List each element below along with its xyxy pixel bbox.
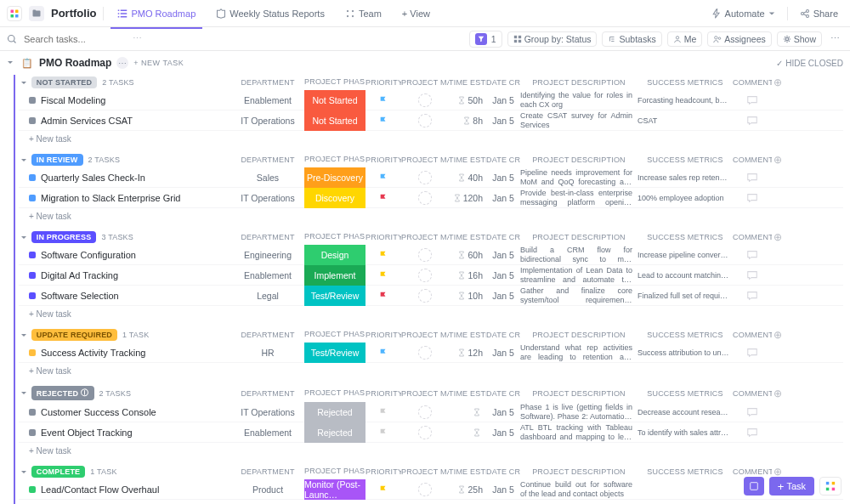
group-caret-icon[interactable] xyxy=(19,388,29,399)
pm-cell[interactable] xyxy=(401,188,449,208)
status-pill[interactable]: REJECTED ⓘ xyxy=(31,386,94,400)
column-header[interactable]: DEPARTMENT xyxy=(231,331,304,339)
apps-fab[interactable] xyxy=(819,477,842,496)
column-header[interactable]: PRIORITY xyxy=(366,467,401,476)
priority-cell[interactable] xyxy=(366,485,401,494)
department-cell[interactable]: Enablement xyxy=(231,95,304,105)
metrics-cell[interactable]: Increase pipeline conversion of new busi… xyxy=(638,251,733,259)
group-caret-icon[interactable] xyxy=(19,233,29,243)
assignees-filter[interactable]: Assignees xyxy=(707,31,771,47)
status-dot-icon[interactable] xyxy=(29,117,36,124)
column-header[interactable]: COMMENTS xyxy=(733,156,772,164)
column-header[interactable]: COMMENTS xyxy=(733,331,772,339)
status-pill[interactable]: COMPLETE xyxy=(31,466,86,478)
description-cell[interactable]: Phase 1 is live (getting fields in Softw… xyxy=(520,403,638,422)
tab-team[interactable]: Team xyxy=(338,5,388,22)
notepad-fab[interactable] xyxy=(744,477,764,496)
comment-icon[interactable] xyxy=(746,172,758,184)
estimate-cell[interactable]: 16h xyxy=(449,270,486,280)
priority-cell[interactable] xyxy=(366,116,401,125)
status-dot-icon[interactable] xyxy=(29,174,36,181)
pm-cell[interactable] xyxy=(401,343,449,363)
task-name[interactable]: Software Configuration xyxy=(41,250,136,260)
priority-flag-icon[interactable] xyxy=(379,116,388,125)
task-row[interactable]: Software SelectionLegalTest/Review10hJan… xyxy=(19,286,843,306)
comments-cell[interactable] xyxy=(733,192,772,204)
task-name[interactable]: Customer Success Console xyxy=(41,407,156,417)
phase-cell[interactable]: Test/Review xyxy=(304,343,366,363)
new-task-row[interactable]: + New task xyxy=(19,443,843,459)
task-row[interactable]: Success Activity TrackingHRTest/Review12… xyxy=(19,343,843,363)
priority-flag-icon[interactable] xyxy=(379,194,388,202)
folder-icon[interactable] xyxy=(29,6,44,21)
column-header[interactable]: PROJECT PHASE+ xyxy=(304,232,366,242)
status-dot-icon[interactable] xyxy=(29,292,36,299)
description-cell[interactable]: Create CSAT survey for Admin Services xyxy=(520,111,638,130)
department-cell[interactable]: IT Operations xyxy=(231,116,304,126)
task-name[interactable]: Event Object Tracking xyxy=(41,428,133,438)
task-name[interactable]: Success Activity Tracking xyxy=(41,348,146,358)
department-cell[interactable]: Product xyxy=(231,484,304,495)
column-header[interactable]: DATE CREATED xyxy=(486,156,520,164)
priority-cell[interactable] xyxy=(366,292,401,300)
phase-cell[interactable]: Rejected xyxy=(304,422,366,443)
column-header[interactable]: PROJECT MANAGER xyxy=(401,156,449,164)
comments-cell[interactable] xyxy=(733,249,772,261)
column-header[interactable]: PRIORITY xyxy=(366,78,401,87)
estimate-cell[interactable]: 60h xyxy=(449,250,486,260)
group-caret-icon[interactable] xyxy=(19,78,29,88)
column-header[interactable]: DATE CREATED xyxy=(486,233,520,241)
column-header[interactable]: SUCCESS METRICS xyxy=(638,233,733,241)
pm-cell[interactable] xyxy=(401,110,449,131)
add-column-icon[interactable]: ⊕ xyxy=(772,466,784,478)
column-header[interactable]: PROJECT PHASE+ xyxy=(304,77,366,88)
comment-icon[interactable] xyxy=(746,290,758,302)
description-cell[interactable]: Continue build out for software of the l… xyxy=(520,480,638,499)
priority-cell[interactable] xyxy=(366,173,401,182)
pm-cell[interactable] xyxy=(401,402,449,422)
group-caret-icon[interactable] xyxy=(19,331,29,341)
priority-cell[interactable] xyxy=(366,271,401,280)
share-button[interactable]: Share xyxy=(795,6,843,21)
task-row[interactable]: Digital Ad TrackingEnablementImplement16… xyxy=(19,265,843,286)
add-column-icon[interactable]: ⊕ xyxy=(772,231,784,243)
column-header[interactable]: DEPARTMENT xyxy=(231,233,304,241)
new-task-row[interactable]: + New task xyxy=(19,500,843,504)
metrics-cell[interactable]: 100% employee adoption xyxy=(638,194,733,202)
metrics-cell[interactable]: CSAT xyxy=(638,116,733,125)
pm-cell[interactable] xyxy=(401,286,449,306)
task-row[interactable]: Quarterly Sales Check-InSalesPre-Discove… xyxy=(19,167,843,188)
status-dot-icon[interactable] xyxy=(29,195,36,201)
status-dot-icon[interactable] xyxy=(29,272,36,279)
priority-cell[interactable] xyxy=(366,428,401,437)
department-cell[interactable]: Sales xyxy=(231,173,304,183)
column-header[interactable]: DATE CREATED xyxy=(486,78,520,87)
column-header[interactable]: PROJECT MANAGER xyxy=(401,78,449,87)
estimate-cell[interactable]: 25h xyxy=(449,484,486,495)
column-header[interactable]: SUCCESS METRICS xyxy=(638,331,733,339)
phase-cell[interactable]: Not Started xyxy=(304,90,366,110)
comment-icon[interactable] xyxy=(746,347,758,359)
estimate-cell[interactable]: 10h xyxy=(449,291,486,301)
column-header[interactable]: PROJECT DESCRIPTION xyxy=(520,467,638,476)
status-pill[interactable]: UPDATE REQUIRED xyxy=(31,329,117,341)
metrics-cell[interactable]: Lead to account matching and handling of… xyxy=(638,271,733,280)
department-cell[interactable]: Enablement xyxy=(231,428,304,438)
priority-flag-icon[interactable] xyxy=(379,96,388,105)
toolbar-menu-icon[interactable]: ⋯ xyxy=(827,33,843,44)
task-row[interactable]: Lead/Contact Flow OverhaulProductMonitor… xyxy=(19,479,843,500)
list-menu-icon[interactable]: ⋯ xyxy=(116,57,128,69)
column-header[interactable]: PRIORITY xyxy=(366,156,401,164)
add-column-icon[interactable]: ⊕ xyxy=(772,329,784,341)
comments-cell[interactable] xyxy=(733,290,772,302)
priority-cell[interactable] xyxy=(366,251,401,259)
me-filter[interactable]: Me xyxy=(667,31,703,47)
new-task-header-button[interactable]: + NEW TASK xyxy=(133,59,184,67)
description-cell[interactable]: Provide best-in-class enterprise messagi… xyxy=(520,189,638,207)
description-cell[interactable]: Pipeline needs improvement for MoM and Q… xyxy=(520,168,638,187)
status-pill[interactable]: IN REVIEW xyxy=(31,154,83,166)
new-task-row[interactable]: + New task xyxy=(19,131,843,147)
task-name[interactable]: Digital Ad Tracking xyxy=(41,270,118,280)
column-header[interactable]: DATE CREATED xyxy=(486,389,520,398)
new-task-row[interactable]: + New task xyxy=(19,208,843,224)
